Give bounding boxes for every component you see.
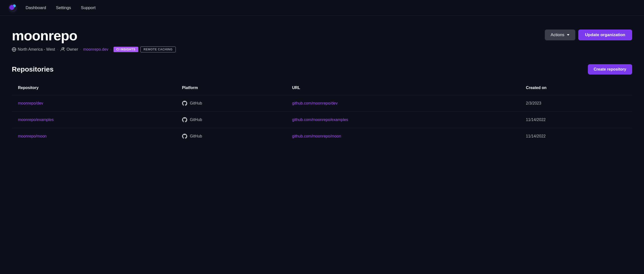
nav-link-settings[interactable]: Settings [56,5,71,10]
org-role-item: Owner [60,47,78,52]
org-info: moonrepo North America - West · [12,27,176,52]
org-action-buttons: Actions Update organization [545,29,632,40]
cell-created: 11/14/2022 [520,112,632,128]
repo-url-link[interactable]: github.com/moonrepo/dev [292,101,338,105]
platform-label: GitHub [190,101,202,105]
nav-item-support[interactable]: Support [81,5,96,10]
repo-link[interactable]: moonrepo/dev [18,101,43,105]
nav-item-dashboard[interactable]: Dashboard [26,5,46,10]
github-icon [182,134,187,139]
badge-remote-caching: REMOTE CACHING [140,46,176,52]
github-icon [182,101,187,106]
cell-url: github.com/moonrepo/dev [286,95,520,112]
cell-platform: GitHub [176,128,286,145]
table-row: moonrepo/examples GitHub github.com/moon… [12,112,632,128]
cell-platform: GitHub [176,95,286,112]
repo-link[interactable]: moonrepo/moon [18,134,47,138]
org-website[interactable]: moonrepo.dev [83,47,108,52]
platform-label: GitHub [190,118,202,122]
cell-url: github.com/moonrepo/moon [286,128,520,145]
owner-icon [60,47,65,52]
repositories-title: Repositories [12,65,54,73]
actions-button-label: Actions [551,32,564,37]
col-header-url: URL [286,81,520,95]
col-header-repository: Repository [12,81,176,95]
table-header-row: Repository Platform URL Created on [12,81,632,95]
svg-point-3 [9,5,14,10]
org-role: Owner [66,47,78,52]
main-content: moonrepo North America - West · [0,16,644,153]
org-region-item: North America - West [12,47,55,52]
nav-link-dashboard[interactable]: Dashboard [26,5,46,10]
table-header: Repository Platform URL Created on [12,81,632,95]
repo-url-link[interactable]: github.com/moonrepo/examples [292,118,348,122]
repositories-table: Repository Platform URL Created on moonr… [12,80,632,145]
nav-item-settings[interactable]: Settings [56,5,71,10]
nav-links: Dashboard Settings Support [26,5,96,10]
cell-created: 11/14/2022 [520,128,632,145]
repo-link[interactable]: moonrepo/examples [18,118,54,122]
cell-repo-name: moonrepo/dev [12,95,176,112]
table-row: moonrepo/dev GitHub github.com/moonrepo/… [12,95,632,112]
chevron-down-icon [567,34,570,36]
update-org-button[interactable]: Update organization [578,29,632,40]
col-header-platform: Platform [176,81,286,95]
create-repository-button[interactable]: Create repository [588,64,632,74]
nav-link-support[interactable]: Support [81,5,96,10]
repositories-header: Repositories Create repository [12,64,632,74]
org-meta: North America - West · Owner · [12,46,176,52]
org-name: moonrepo [12,27,176,43]
repo-url-link[interactable]: github.com/moonrepo/moon [292,134,341,138]
separator-2: · [80,47,81,52]
actions-button[interactable]: Actions [545,29,575,40]
badge-ci-insights: CI INSIGHTS [114,47,138,52]
cell-url: github.com/moonrepo/examples [286,112,520,128]
cell-platform: GitHub [176,112,286,128]
github-icon [182,117,187,122]
table-body: moonrepo/dev GitHub github.com/moonrepo/… [12,95,632,145]
separator-1: · [57,47,58,52]
col-header-created: Created on [520,81,632,95]
table-row: moonrepo/moon GitHub github.com/moonrepo… [12,128,632,145]
cell-created: 2/3/2023 [520,95,632,112]
org-region: North America - West [18,47,55,52]
globe-icon [12,47,16,52]
separator-3: · [110,47,111,52]
cell-repo-name: moonrepo/examples [12,112,176,128]
navbar: Dashboard Settings Support [0,0,644,16]
org-header: moonrepo North America - West · [12,27,632,52]
repositories-section: Repositories Create repository Repositor… [12,64,632,145]
platform-label: GitHub [190,134,202,138]
cell-repo-name: moonrepo/moon [12,128,176,145]
logo[interactable] [8,3,18,13]
